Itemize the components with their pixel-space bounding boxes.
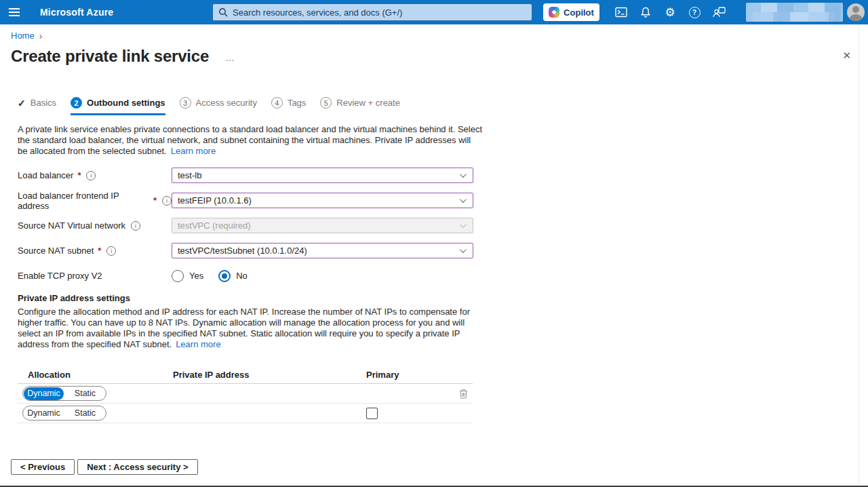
primary-checkbox[interactable] [366, 408, 378, 419]
wizard-tabs: ✓ Basics 2 Outbound settings 3 Access se… [18, 97, 400, 115]
tab-outbound-settings[interactable]: 2 Outbound settings [71, 97, 165, 115]
field-label: Source NAT Virtual network i [18, 220, 172, 231]
tab-access-security[interactable]: 3 Access security [180, 97, 257, 115]
form-row-frontend-ip: Load balancer frontend IP address* i tes… [18, 193, 473, 208]
next-access-security-button[interactable]: Next : Access security > [77, 459, 197, 475]
form-row-load-balancer: Load balancer* i test-lb [18, 168, 473, 183]
chevron-down-icon [460, 221, 467, 228]
info-icon[interactable]: i [106, 246, 116, 256]
chevron-down-icon [460, 246, 467, 253]
wizard-footer: < Previous Next : Access security > [11, 459, 198, 475]
allocation-dynamic-option[interactable]: Dynamic [24, 387, 64, 400]
field-label: Enable TCP proxy V2 [18, 271, 172, 281]
page-title: Create private link service [11, 47, 209, 66]
info-icon[interactable]: i [86, 171, 96, 180]
chevron-down-icon [460, 171, 467, 178]
copilot-label: Copilot [564, 7, 594, 18]
close-icon[interactable]: ✕ [842, 50, 851, 60]
notifications-bell-icon[interactable] [633, 0, 658, 24]
tcp-proxy-radio-group: Yes No [172, 270, 248, 282]
search-input[interactable] [228, 4, 532, 20]
source-nat-vnet-dropdown: testVPC (required) [172, 218, 473, 233]
learn-more-link[interactable]: Learn more [176, 339, 220, 349]
private-ip-settings-heading: Private IP address settings [18, 293, 130, 303]
radio-label: Yes [189, 271, 203, 281]
nat-ip-table: Allocation Private IP address Primary Dy… [18, 366, 473, 423]
copilot-icon [549, 7, 559, 18]
tab-label: Outbound settings [87, 98, 165, 108]
learn-more-link[interactable]: Learn more [171, 146, 216, 156]
header-allocation: Allocation [18, 370, 173, 380]
field-label: Load balancer frontend IP address* i [18, 191, 172, 211]
load-balancer-dropdown[interactable]: test-lb [172, 168, 473, 183]
search-icon [218, 7, 228, 17]
intro-text: A private link service enables private c… [18, 124, 483, 157]
check-icon: ✓ [18, 98, 26, 109]
required-asterisk: * [98, 246, 101, 256]
tab-basics[interactable]: ✓ Basics [18, 97, 56, 115]
required-asterisk: * [77, 170, 81, 180]
feedback-icon[interactable] [707, 0, 731, 24]
more-options-icon[interactable]: … [225, 52, 235, 63]
required-asterisk: * [153, 195, 157, 206]
dropdown-value: test-lb [178, 170, 201, 180]
radio-yes[interactable]: Yes [172, 270, 203, 282]
copilot-button[interactable]: Copilot [543, 3, 599, 21]
delete-row-trash-icon[interactable] [459, 389, 468, 399]
tab-label: Access security [196, 98, 257, 108]
form-row-source-nat-vnet: Source NAT Virtual network i testVPC (re… [18, 218, 473, 233]
field-label: Source NAT subnet* i [18, 246, 172, 256]
scrollbar[interactable] [859, 24, 859, 486]
tab-label: Tags [288, 98, 306, 108]
allocation-toggle: Dynamic Static [22, 386, 106, 401]
table-row: Dynamic Static [18, 384, 473, 404]
account-info-redacted[interactable] [746, 3, 843, 22]
previous-button[interactable]: < Previous [11, 459, 75, 475]
info-icon[interactable]: i [131, 221, 140, 231]
allocation-static-option[interactable]: Static [65, 407, 105, 420]
table-header-row: Allocation Private IP address Primary [18, 366, 473, 384]
outbound-settings-form: Load balancer* i test-lb Load balancer f… [18, 168, 473, 293]
breadcrumb: Home › [11, 31, 42, 41]
field-label: Load balancer* i [18, 170, 172, 180]
frontend-ip-dropdown[interactable]: testFEIP (10.0.1.6) [172, 193, 473, 208]
header-private-ip: Private IP address [173, 370, 366, 380]
radio-circle-checked[interactable] [218, 270, 231, 282]
azure-top-bar: Microsoft Azure Copilot ⚙ [0, 0, 868, 24]
form-row-tcp-proxy: Enable TCP proxy V2 Yes No [18, 268, 473, 284]
tab-tags[interactable]: 4 Tags [271, 97, 306, 115]
dropdown-value: testFEIP (10.0.1.6) [178, 195, 252, 206]
info-icon[interactable]: i [162, 196, 172, 206]
radio-circle-unchecked[interactable] [172, 270, 184, 282]
tab-label: Review + create [336, 98, 400, 108]
form-row-source-nat-subnet: Source NAT subnet* i testVPC/testSubnet … [18, 243, 473, 258]
microsoft-azure-logo[interactable]: Microsoft Azure [40, 7, 113, 18]
chevron-down-icon [460, 196, 467, 203]
radio-no[interactable]: No [218, 270, 248, 282]
header-primary: Primary [366, 370, 473, 380]
chevron-right-icon: › [39, 31, 43, 41]
table-row: Dynamic Static [18, 404, 473, 423]
tab-label: Basics [31, 98, 56, 108]
private-ip-settings-text: Configure the allocation method and IP a… [18, 307, 483, 350]
step-number: 5 [320, 97, 332, 109]
allocation-toggle: Dynamic Static [22, 406, 106, 421]
step-number: 4 [271, 97, 283, 109]
help-icon[interactable]: ? [682, 0, 707, 24]
step-number: 2 [71, 97, 82, 109]
allocation-static-option[interactable]: Static [65, 387, 105, 400]
cloud-shell-icon[interactable] [609, 0, 633, 24]
allocation-dynamic-option[interactable]: Dynamic [24, 407, 64, 420]
avatar[interactable] [847, 3, 865, 21]
radio-label: No [236, 271, 248, 281]
settings-gear-icon[interactable]: ⚙ [658, 0, 682, 24]
dropdown-value: testVPC/testSubnet (10.0.1.0/24) [178, 246, 307, 256]
global-search[interactable] [212, 3, 532, 21]
breadcrumb-home-link[interactable]: Home [11, 31, 35, 41]
source-nat-subnet-dropdown[interactable]: testVPC/testSubnet (10.0.1.0/24) [172, 243, 473, 258]
tab-review-create[interactable]: 5 Review + create [320, 97, 400, 115]
hamburger-menu-icon[interactable] [2, 0, 26, 24]
step-number: 3 [180, 97, 191, 109]
dropdown-value: testVPC (required) [178, 220, 251, 231]
